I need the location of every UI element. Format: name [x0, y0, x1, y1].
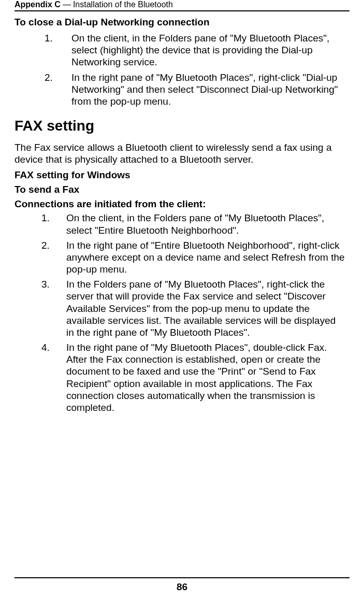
page-header: Appendix C — Installation of the Bluetoo… [14, 0, 350, 11]
list-text: In the right pane of "Entire Bluetooth N… [66, 239, 350, 276]
header-separator: — [63, 0, 71, 9]
page-footer: 86 [14, 577, 350, 593]
list-send-fax: 1. On the client, in the Folders pane of… [14, 212, 350, 413]
list-text: In the right pane of "My Bluetooth Place… [71, 72, 350, 108]
list-text: On the client, in the Folders pane of "M… [66, 212, 350, 236]
list-item: 1. On the client, in the Folders pane of… [14, 32, 350, 68]
subheading-connections-client: Connections are initiated from the clien… [14, 198, 350, 210]
list-number: 4. [14, 341, 66, 413]
list-item: 2. In the right pane of "Entire Bluetoot… [14, 239, 350, 276]
list-text: In the Folders pane of "My Bluetooth Pla… [66, 278, 350, 338]
paragraph-fax-intro: The Fax service allows a Bluetooth clien… [14, 141, 350, 165]
list-number: 2. [14, 72, 71, 108]
list-close-dialup: 1. On the client, in the Folders pane of… [14, 32, 350, 107]
subheading-fax-windows: FAX setting for Windows [14, 169, 350, 181]
header-title: Installation of the Bluetooth [73, 0, 173, 9]
page-number: 86 [177, 581, 187, 592]
list-text: On the client, in the Folders pane of "M… [71, 32, 350, 68]
heading-fax-setting: FAX setting [14, 118, 350, 134]
list-item: 1. On the client, in the Folders pane of… [14, 212, 350, 236]
list-text: In the right pane of "My Bluetooth Place… [66, 341, 350, 413]
list-item: 4. In the right pane of "My Bluetooth Pl… [14, 341, 350, 413]
subheading-send-fax: To send a Fax [14, 184, 350, 195]
list-item: 3. In the Folders pane of "My Bluetooth … [14, 278, 350, 338]
list-item: 2. In the right pane of "My Bluetooth Pl… [14, 72, 350, 108]
list-number: 3. [14, 278, 66, 338]
list-number: 1. [14, 32, 71, 68]
list-number: 2. [14, 239, 66, 276]
header-appendix: Appendix C [14, 0, 61, 9]
list-number: 1. [14, 212, 66, 236]
section-title-close-dialup: To close a Dial-up Networking connection [14, 17, 350, 28]
